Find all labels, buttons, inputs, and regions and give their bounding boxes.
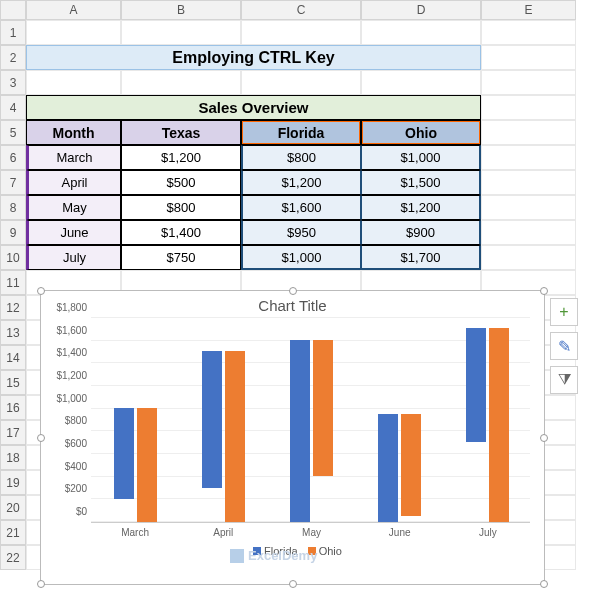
row-header[interactable]: 18: [0, 445, 26, 470]
bar-ohio[interactable]: [401, 414, 421, 517]
chart-plot-area[interactable]: $0$200$400$600$800$1,000$1,200$1,400$1,6…: [91, 318, 530, 523]
cell[interactable]: [26, 20, 121, 45]
td-texas[interactable]: $750: [121, 245, 241, 270]
resize-handle[interactable]: [540, 434, 548, 442]
bar-ohio[interactable]: [225, 351, 245, 522]
row-header[interactable]: 14: [0, 345, 26, 370]
bar-florida[interactable]: [202, 351, 222, 488]
cell[interactable]: [481, 70, 576, 95]
bar-florida[interactable]: [466, 328, 486, 442]
resize-handle[interactable]: [540, 580, 548, 588]
cell[interactable]: [481, 145, 576, 170]
chart-filter-button[interactable]: ⧩: [550, 366, 578, 394]
col-header[interactable]: B: [121, 0, 241, 20]
td-florida[interactable]: $1,000: [241, 245, 361, 270]
row-header[interactable]: 6: [0, 145, 26, 170]
bar-group[interactable]: May: [284, 340, 340, 522]
th-month[interactable]: Month: [26, 120, 121, 145]
resize-handle[interactable]: [540, 287, 548, 295]
legend-label[interactable]: Ohio: [319, 545, 342, 557]
td-texas[interactable]: $1,200: [121, 145, 241, 170]
row-header[interactable]: 13: [0, 320, 26, 345]
row-header[interactable]: 17: [0, 420, 26, 445]
cell[interactable]: [481, 20, 576, 45]
col-header[interactable]: E: [481, 0, 576, 20]
col-header[interactable]: D: [361, 0, 481, 20]
cell[interactable]: [481, 95, 576, 120]
chart-style-button[interactable]: ✎: [550, 332, 578, 360]
bar-group[interactable]: April: [195, 351, 251, 522]
resize-handle[interactable]: [37, 434, 45, 442]
td-ohio[interactable]: $900: [361, 220, 481, 245]
td-month[interactable]: May: [26, 195, 121, 220]
row-header[interactable]: 7: [0, 170, 26, 195]
td-month[interactable]: March: [26, 145, 121, 170]
td-texas[interactable]: $500: [121, 170, 241, 195]
cell[interactable]: [481, 120, 576, 145]
resize-handle[interactable]: [289, 287, 297, 295]
chart-add-element-button[interactable]: +: [550, 298, 578, 326]
td-florida[interactable]: $950: [241, 220, 361, 245]
row-header[interactable]: 4: [0, 95, 26, 120]
resize-handle[interactable]: [37, 580, 45, 588]
row-header[interactable]: 8: [0, 195, 26, 220]
resize-handle[interactable]: [289, 580, 297, 588]
bar-group[interactable]: July: [460, 328, 516, 522]
row-header[interactable]: 11: [0, 270, 26, 295]
cell[interactable]: [481, 220, 576, 245]
row-header[interactable]: 9: [0, 220, 26, 245]
resize-handle[interactable]: [37, 287, 45, 295]
cell[interactable]: [121, 70, 241, 95]
cell[interactable]: [26, 70, 121, 95]
bar-florida[interactable]: [114, 408, 134, 499]
td-texas[interactable]: $800: [121, 195, 241, 220]
bar-ohio[interactable]: [313, 340, 333, 477]
cell[interactable]: [361, 20, 481, 45]
table-title[interactable]: Sales Overview: [26, 95, 481, 120]
cell[interactable]: [481, 45, 576, 70]
cell[interactable]: [241, 70, 361, 95]
row-header[interactable]: 12: [0, 295, 26, 320]
bar-florida[interactable]: [290, 340, 310, 522]
cell[interactable]: [481, 245, 576, 270]
row-header[interactable]: 21: [0, 520, 26, 545]
row-header[interactable]: 3: [0, 70, 26, 95]
td-month[interactable]: July: [26, 245, 121, 270]
td-florida[interactable]: $1,600: [241, 195, 361, 220]
col-header[interactable]: C: [241, 0, 361, 20]
page-title[interactable]: Employing CTRL Key: [26, 45, 481, 70]
col-header[interactable]: A: [26, 0, 121, 20]
td-ohio[interactable]: $1,200: [361, 195, 481, 220]
row-header[interactable]: 22: [0, 545, 26, 570]
row-header[interactable]: 2: [0, 45, 26, 70]
row-header[interactable]: 15: [0, 370, 26, 395]
bar-group[interactable]: June: [372, 414, 428, 522]
corner-cell[interactable]: [0, 0, 26, 20]
bar-ohio[interactable]: [489, 328, 509, 522]
row-header[interactable]: 1: [0, 20, 26, 45]
th-ohio[interactable]: Ohio: [361, 120, 481, 145]
td-texas[interactable]: $1,400: [121, 220, 241, 245]
cell[interactable]: [481, 195, 576, 220]
row-header[interactable]: 20: [0, 495, 26, 520]
row-header[interactable]: 16: [0, 395, 26, 420]
td-month[interactable]: April: [26, 170, 121, 195]
embedded-chart[interactable]: Chart Title $0$200$400$600$800$1,000$1,2…: [40, 290, 545, 585]
row-header[interactable]: 10: [0, 245, 26, 270]
td-florida[interactable]: $800: [241, 145, 361, 170]
chart-title[interactable]: Chart Title: [41, 297, 544, 314]
th-florida[interactable]: Florida: [241, 120, 361, 145]
row-header[interactable]: 5: [0, 120, 26, 145]
bar-ohio[interactable]: [137, 408, 157, 522]
bar-florida[interactable]: [378, 414, 398, 522]
cell[interactable]: [481, 170, 576, 195]
cell[interactable]: [241, 20, 361, 45]
bar-group[interactable]: March: [107, 408, 163, 522]
td-ohio[interactable]: $1,700: [361, 245, 481, 270]
row-header[interactable]: 19: [0, 470, 26, 495]
cell[interactable]: [361, 70, 481, 95]
cell[interactable]: [121, 20, 241, 45]
th-texas[interactable]: Texas: [121, 120, 241, 145]
td-ohio[interactable]: $1,000: [361, 145, 481, 170]
td-ohio[interactable]: $1,500: [361, 170, 481, 195]
